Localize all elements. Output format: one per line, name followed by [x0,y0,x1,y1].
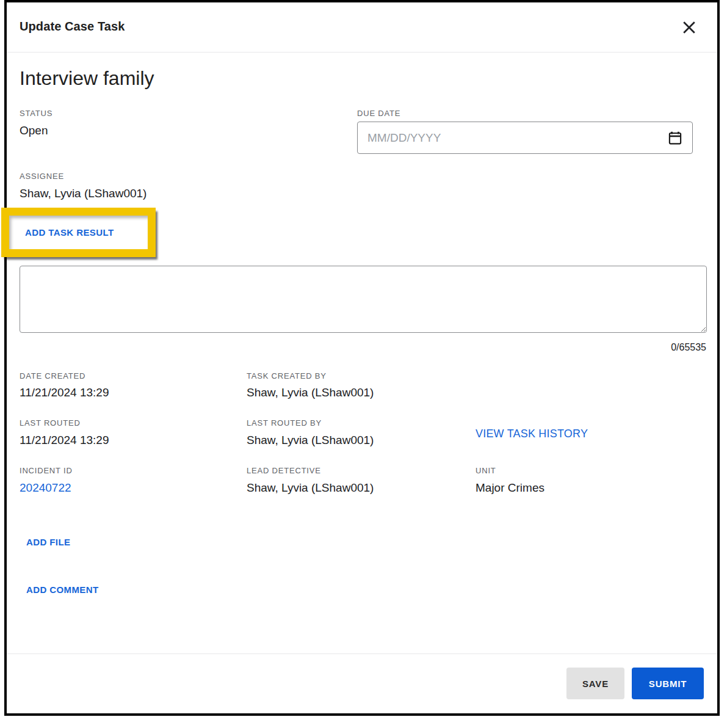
last-routed-label: LAST ROUTED [20,418,81,428]
date-created-value: 11/21/2024 13:29 [20,385,109,400]
due-date-field [357,122,693,154]
date-created-label: DATE CREATED [20,371,85,380]
calendar-icon [667,130,683,146]
add-file-link[interactable]: ADD FILE [26,537,70,547]
annotation-highlight-box: ADD TASK RESULT [1,208,156,257]
incident-id-label: INCIDENT ID [20,466,73,475]
submit-button[interactable]: SUBMIT [632,668,704,699]
save-button[interactable]: SAVE [566,668,624,699]
close-button[interactable] [677,16,701,40]
status-value: Open [20,123,48,138]
dialog-title: Update Case Task [20,18,125,35]
last-routed-value: 11/21/2024 13:29 [20,432,109,448]
due-date-label: DUE DATE [357,109,400,118]
incident-id-link[interactable]: 20240722 [20,480,71,495]
assignee-value: Shaw, Lyvia (LShaw001) [20,186,146,201]
header-divider [7,52,717,53]
lead-detective-label: LEAD DETECTIVE [247,466,321,475]
task-created-by-label: TASK CREATED BY [247,371,327,380]
task-created-by-value: Shaw, Lyvia (LShaw001) [247,385,374,400]
unit-label: UNIT [476,466,496,475]
view-task-history-link[interactable]: VIEW TASK HISTORY [476,428,588,440]
due-date-input[interactable] [358,131,662,145]
update-case-task-dialog: Update Case Task Interview family STATUS… [4,0,720,716]
task-title: Interview family [20,65,154,92]
last-routed-by-label: LAST ROUTED BY [247,418,322,428]
calendar-button[interactable] [662,125,689,151]
add-comment-link[interactable]: ADD COMMENT [26,584,99,595]
character-counter: 0/65535 [671,342,706,353]
unit-value: Major Crimes [476,480,544,495]
assignee-label: ASSIGNEE [20,172,64,181]
add-task-result-link[interactable]: ADD TASK RESULT [25,227,114,238]
last-routed-by-value: Shaw, Lyvia (LShaw001) [247,432,374,448]
detective-notes-textarea[interactable] [20,266,707,333]
status-label: STATUS [20,109,52,118]
close-icon [680,18,698,37]
lead-detective-value: Shaw, Lyvia (LShaw001) [247,480,374,495]
footer-divider [7,653,717,654]
